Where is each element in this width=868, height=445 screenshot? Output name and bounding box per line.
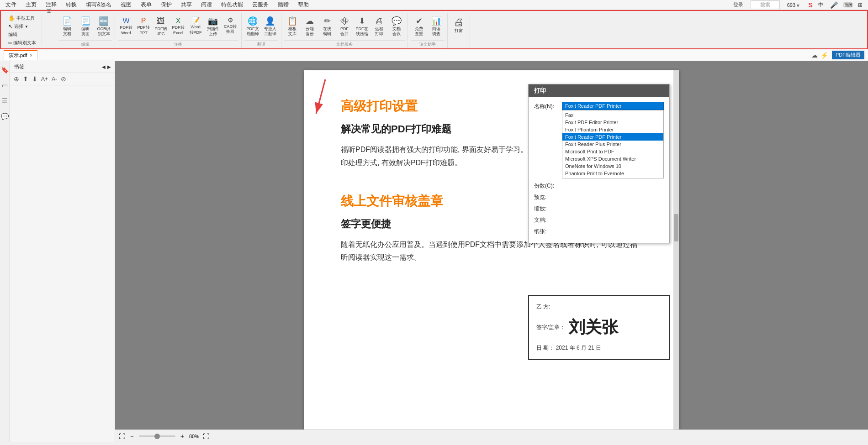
reading-survey-btn[interactable]: 📊 阅读调查 <box>428 16 445 38</box>
ocr-btn[interactable]: 🔤 OCR识别文本 <box>95 16 112 38</box>
remote-print-btn[interactable]: 🖨 远程打印 <box>371 16 387 38</box>
print-btn[interactable]: 🖨 打窗 <box>450 16 467 35</box>
font-increase-icon[interactable]: A+ <box>40 75 49 83</box>
check-icon: ✔ <box>416 16 423 26</box>
printer-foxit-reader-plus[interactable]: Foxit Reader Plus Printer <box>562 141 663 148</box>
print-doc-label: 文档: <box>534 215 559 224</box>
bookmark-icon[interactable]: 🔖 <box>0 65 10 75</box>
grid-icon[interactable]: ⊞ <box>856 1 864 9</box>
comments-icon[interactable]: 💬 <box>0 111 10 121</box>
compress-icon: ⬇ <box>359 16 365 26</box>
menu-cloud[interactable]: 云服务 <box>250 0 270 10</box>
pdf-merge-btn[interactable]: ⛗ PDF合并 <box>336 16 353 38</box>
cloud-sync-icon: ☁ <box>811 52 818 59</box>
edit-page-icon: 📃 <box>80 16 90 26</box>
hand-tool-btn[interactable]: ✋ 手型工具 <box>6 15 38 22</box>
doc-meeting-btn[interactable]: 💬 文档会议 <box>388 16 405 38</box>
login-btn[interactable]: 登录 <box>731 0 745 9</box>
template-btn[interactable]: 📋 模板文库 <box>284 16 301 38</box>
print-printer-dropdown[interactable]: Fax Foxit PDF Editor Printer Foxit Phant… <box>562 110 664 178</box>
pdf-viewer: 高级打印设置 解决常见的PDF打印难题 福昕PDF阅读器拥有强大的打印功能, 界… <box>115 61 868 442</box>
printer-foxit-phantom[interactable]: Foxit Phantom Printer <box>562 126 663 133</box>
scan-icon: 📷 <box>208 16 218 26</box>
menu-file[interactable]: 文件 <box>4 0 18 10</box>
menu-form[interactable]: 表单 <box>139 0 153 10</box>
pdf-to-jpg-btn[interactable]: 🖼 PDF转JPG <box>153 16 169 38</box>
pro-translate-btn[interactable]: 👤 专业人工翻译 <box>262 16 278 38</box>
free-check-btn[interactable]: ✔ 免费查重 <box>411 16 427 38</box>
menu-convert[interactable]: 转换 <box>64 0 79 10</box>
menu-comment[interactable]: 注释 <box>44 0 58 10</box>
word-to-pdf-btn[interactable]: 📝 Word转PDF <box>187 16 204 36</box>
menu-read[interactable]: 阅读 <box>199 0 214 10</box>
fullscreen-btn[interactable]: ⛶ <box>203 433 209 440</box>
hand-icon: ✋ <box>8 15 15 21</box>
layers-icon[interactable]: ▭ <box>0 80 9 90</box>
sidebar-toolbar: ⊕ ⬆ ⬇ A+ A- ⊘ <box>10 73 115 85</box>
ribbon-group-assistant: ✔ 免费查重 📊 阅读调查 论文助手 <box>408 13 448 48</box>
menu-sign[interactable]: 填写&签名 <box>84 0 113 10</box>
cad-converter-btn[interactable]: ⚙ CAD转换器 <box>222 16 238 36</box>
menu-gift[interactable]: 赠赠 <box>276 0 291 10</box>
print-preview-label: 预览: <box>534 193 559 201</box>
bookmark-delete-icon[interactable]: ⊘ <box>60 75 67 83</box>
bookmark-down-icon[interactable]: ⬇ <box>31 75 38 83</box>
menu-share[interactable]: 共享 <box>179 0 194 10</box>
sig-date: 日 期： 2021 年 6 月 21 日 <box>536 344 662 352</box>
font-decrease-icon[interactable]: A- <box>51 75 58 83</box>
scrollbar-thumb[interactable] <box>674 214 678 241</box>
print-dialog-body: 名称(N): Foxit Reader PDF Printer Fax Foxi… <box>529 97 669 243</box>
printer-phantom-evernote[interactable]: Phantom Print to Evernote <box>562 170 663 177</box>
printer-fax[interactable]: Fax <box>562 111 663 119</box>
fit-page-btn[interactable]: ⛶ <box>119 433 125 440</box>
pages-icon[interactable]: ☰ <box>0 96 9 106</box>
vertical-scrollbar[interactable] <box>673 70 679 429</box>
pdf-editor-btn[interactable]: PDF编辑器 <box>832 51 864 59</box>
keyboard-icon[interactable]: ⌨ <box>842 0 854 10</box>
pdf-translate-btn[interactable]: 🌐 PDF文档翻译 <box>244 16 261 38</box>
scan-upload-btn[interactable]: 📷 扫描件上传 <box>205 16 221 38</box>
sidebar-nav-next[interactable]: ▶ <box>107 64 111 69</box>
zoom-minus-btn[interactable]: － <box>129 432 135 440</box>
cloud-backup-btn[interactable]: ☁ 云端备份 <box>302 16 318 38</box>
online-edit-btn[interactable]: ✏ 在线编辑 <box>319 16 335 38</box>
printer-foxit-reader[interactable]: Foxit Reader PDF Printer <box>562 133 663 141</box>
pdf-compress-btn[interactable]: ⬇ PDF在线压缩 <box>354 16 370 38</box>
printer-foxit-editor[interactable]: Foxit PDF Editor Printer <box>562 119 663 126</box>
edit-text-btn[interactable]: ✂ 编辑别文本 <box>6 39 38 47</box>
ribbon-group-print: 🖨 打窗 <box>448 13 470 48</box>
menu-special[interactable]: 特色功能 <box>219 0 245 10</box>
sogou-label: 中· <box>816 0 826 9</box>
edit-pages-btn[interactable]: 编辑 <box>6 31 38 38</box>
sidebar-nav-prev[interactable]: ◀ <box>102 64 106 69</box>
printer-ms-xps[interactable]: Microsoft XPS Document Writer <box>562 155 663 162</box>
pdf-excel-icon: X <box>176 16 181 25</box>
printer-ms-pdf[interactable]: Microsoft Print to PDF <box>562 148 663 155</box>
tab-demo-pdf[interactable]: 演示.pdf × <box>4 50 37 60</box>
print-name-selected[interactable]: Foxit Reader PDF Printer <box>562 102 664 110</box>
ribbon: ✋ 手型工具 ↖ 选择 ▼ 编辑 ✂ 编辑别文本 工具 <box>0 10 868 49</box>
edit-page-btn[interactable]: 📃 编辑页面 <box>77 16 94 38</box>
tab-close-btn[interactable]: × <box>30 53 32 58</box>
printer-onenote[interactable]: OneNote for Windows 10 <box>562 162 663 170</box>
pdf-to-ppt-btn[interactable]: P PDF转PPT <box>135 16 152 37</box>
pdf-to-word-btn[interactable]: W PDF转Word <box>118 16 134 37</box>
sig-date-value: 2021 年 6 月 21 日 <box>556 345 601 351</box>
scissors-icon: ✂ <box>8 41 12 46</box>
mic-icon[interactable]: 🎤 <box>828 0 840 10</box>
menu-protect[interactable]: 保护 <box>159 0 174 10</box>
sidebar-content <box>10 85 115 442</box>
pdf-to-excel-btn[interactable]: X PDF转Excel <box>170 16 186 37</box>
zoom-plus-btn[interactable]: ＋ <box>179 432 185 440</box>
select-tool-btn[interactable]: ↖ 选择 ▼ <box>6 23 38 30</box>
cloud-icon: ☁ <box>306 16 314 26</box>
remote-print-icon: 🖨 <box>375 16 383 26</box>
bookmark-up-icon[interactable]: ⬆ <box>22 75 29 83</box>
search-box-area[interactable]: 搜索 <box>751 0 780 9</box>
menu-home[interactable]: 主页 <box>24 0 38 10</box>
zoom-slider[interactable] <box>139 435 175 437</box>
edit-doc-btn[interactable]: 📄 编辑文档 <box>59 16 75 38</box>
menu-help[interactable]: 帮助 <box>296 0 311 10</box>
bookmark-add-icon[interactable]: ⊕ <box>13 75 20 83</box>
menu-view[interactable]: 视图 <box>119 0 133 10</box>
